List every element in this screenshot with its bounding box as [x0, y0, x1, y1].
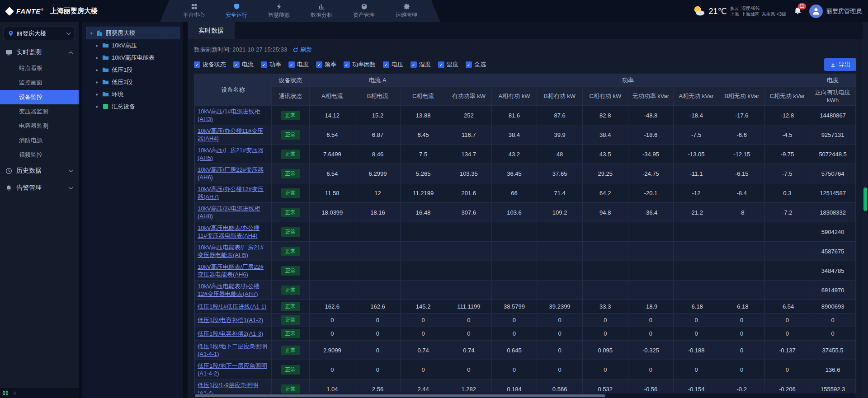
device-name-link[interactable]: 低压1段/1-9层应急照明(A1-4- — [198, 382, 258, 393]
table-row: 10kV高压/厂房22#变压器(AH6)正常6.546.29995.265103… — [195, 164, 856, 183]
status-badge: 正常 — [281, 365, 300, 375]
filter-checkbox[interactable]: ✓频率 — [316, 61, 336, 69]
tree-item[interactable]: ▸环境 — [86, 88, 179, 100]
weather-condition: 多云 — [730, 5, 739, 11]
device-name-link[interactable]: 低压1段/1#低压进线(A1-1) — [198, 303, 266, 310]
filter-checkbox[interactable]: ✓湿度 — [410, 61, 431, 69]
nav-item-4[interactable]: 数据分析 — [300, 0, 343, 22]
value-cell: 94.8 — [582, 203, 628, 222]
device-name-link[interactable]: 10kV高压/1#电源进线柜(AH3) — [198, 108, 260, 122]
sidebar-subitem[interactable]: 站点看板 — [0, 61, 79, 75]
tree-root[interactable]: ▾ 丽婴房大楼 — [86, 27, 179, 39]
status-cell: 正常 — [272, 222, 310, 242]
filter-checkbox[interactable]: ✓温度 — [438, 61, 458, 69]
filter-checkbox[interactable]: ✓功率因数 — [344, 61, 376, 69]
status-cell: 正常 — [272, 300, 310, 314]
value-cell: 103.6 — [491, 203, 537, 222]
value-cell: -48.8 — [628, 106, 674, 125]
tree-item[interactable]: ▸汇总设备 — [86, 100, 179, 112]
value-cell — [537, 242, 583, 261]
device-name-link[interactable]: 10kV高压/厂房22#变压器(AH6) — [198, 166, 264, 181]
user-menu[interactable]: 丽婴房管理员 — [809, 5, 862, 18]
device-name-link[interactable]: 10kV高压/办公楼11#变压器(AH4) — [198, 127, 263, 142]
filter-checkbox[interactable]: ✓全选 — [466, 61, 486, 69]
menu-section-1[interactable]: 实时监测 — [0, 44, 79, 61]
table-body: 10kV高压/1#电源进线柜(AH3)正常14.1215.213.8825281… — [195, 106, 856, 394]
column-group-header: 电度 — [810, 75, 856, 87]
sidebar-subitem[interactable]: 消防电源 — [0, 133, 79, 148]
refresh-button[interactable]: 刷新 — [292, 46, 312, 54]
nav-item-3[interactable]: 智慧能源 — [258, 0, 300, 22]
value-cell: 64.2 — [582, 183, 628, 203]
sidebar-subitem[interactable]: 变压器监测 — [0, 104, 79, 119]
site-selector[interactable]: 丽婴房大楼 — [4, 27, 75, 40]
value-cell — [355, 222, 401, 242]
tree-item[interactable]: ▸10kV高压 — [86, 39, 179, 52]
device-name-link[interactable]: 10kV高压电能表/厂房21#变压器电能表(AH5) — [198, 244, 264, 258]
column-group-header: 电流 A — [310, 75, 446, 87]
tree-item[interactable]: ▸10kV高压电能表 — [86, 52, 179, 64]
filter-checkbox[interactable]: ✓设备状态 — [194, 61, 226, 69]
filter-checkbox[interactable]: ✓电流 — [233, 61, 254, 69]
filter-checkbox[interactable]: ✓功率 — [261, 61, 281, 69]
sidebar-subitem[interactable]: 监控画面 — [0, 75, 79, 90]
filter-checkbox[interactable]: ✓电压 — [383, 61, 403, 69]
value-cell: 33.3 — [582, 300, 628, 314]
device-name-link[interactable]: 10kV高压电能表/办公楼11#变压器电能表(AH4) — [198, 225, 259, 239]
device-name-cell: 10kV高压/厂房21#变压器(AH5) — [195, 145, 272, 164]
filter-label: 设备状态 — [203, 61, 226, 69]
menu-section-3[interactable]: 告警管理 — [0, 179, 79, 197]
notifications-button[interactable]: 11 — [793, 7, 802, 15]
nav-item-5[interactable]: 资产管理 — [343, 0, 385, 22]
building-name: 上海丽婴房大楼 — [50, 7, 98, 15]
value-cell — [310, 242, 355, 261]
device-name-link[interactable]: 低压1段/地下一层应急照明(A1-4-2) — [198, 362, 267, 377]
value-cell — [310, 281, 355, 300]
sidebar-subitem[interactable]: 设备监控 — [0, 90, 79, 104]
nav-item-2[interactable]: 安全运行 — [215, 0, 258, 22]
content-area: 数据刷新时间: 2021-10-27 15:25:33 刷新 ✓设备状态✓电流✓… — [188, 39, 863, 398]
vertical-scrollbar-thumb[interactable] — [863, 187, 867, 211]
column-header: A相无功 kVar — [674, 87, 719, 106]
logo-area: FANTE® 上海丽婴房大楼 — [6, 7, 142, 15]
notification-badge: 11 — [798, 3, 806, 9]
column-header: B相无功 kVar — [719, 87, 764, 106]
value-cell: 0.566 — [537, 379, 583, 394]
sidebar-subitem[interactable]: 电容器监测 — [0, 119, 79, 133]
nav-item-1[interactable]: 平台中心 — [173, 0, 215, 22]
value-cell: 0 — [537, 341, 583, 360]
collapse-menu-icon[interactable]: ≡ — [13, 390, 16, 396]
sidebar-subitem[interactable]: 视频监控 — [0, 148, 79, 162]
device-name-link[interactable]: 低压1段/电容补偿2(A1-3) — [198, 330, 263, 337]
tab-realtime-data[interactable]: 实时数据 — [188, 22, 235, 39]
device-name-cell: 10kV高压电能表/办公楼12#变压器电能表(AH7) — [195, 281, 272, 300]
export-button[interactable]: 导出 — [824, 58, 856, 71]
device-name-link[interactable]: 10kV高压/2#电源进线柜(AH8) — [198, 205, 260, 220]
tree-item[interactable]: ▸低压1段 — [86, 64, 179, 76]
device-name-link[interactable]: 10kV高压/办公楼12#变压器(AH7) — [198, 186, 264, 200]
horizontal-scrollbar[interactable] — [194, 393, 856, 398]
value-cell: 16.48 — [401, 203, 446, 222]
vertical-scrollbar[interactable] — [863, 22, 868, 398]
device-name-link[interactable]: 10kV高压/厂房21#变压器(AH5) — [198, 147, 264, 161]
device-name-link[interactable]: 低压1段/地下二层应急照明(A1-4-1) — [198, 343, 267, 357]
grid-apps-icon[interactable] — [3, 391, 8, 395]
nav-item-6[interactable]: 运维管理 — [385, 0, 428, 22]
horizontal-scrollbar-thumb[interactable] — [195, 394, 605, 397]
filter-checkbox[interactable]: ✓电度 — [288, 61, 309, 69]
device-name-link[interactable]: 10kV高压电能表/办公楼12#变压器电能表(AH7) — [198, 283, 259, 297]
value-cell: 8.46 — [355, 145, 401, 164]
value-cell: -0.206 — [764, 379, 810, 394]
device-name-link[interactable]: 10kV高压电能表/厂房22#变压器电能表(AH6) — [198, 263, 264, 278]
device-name-link[interactable]: 低压1段/电容补偿1(A1-2) — [198, 317, 263, 323]
value-cell: 6.2999 — [355, 164, 401, 183]
table-row: 低压1段/地下二层应急照明(A1-4-1)正常2.909900.740.740.… — [195, 341, 856, 360]
value-cell: 5072448.5 — [810, 145, 856, 164]
menu-section-2[interactable]: 历史数据 — [0, 162, 79, 179]
tree-item[interactable]: ▸低压2段 — [86, 76, 179, 88]
column-header: 正向有功电度 kWh — [810, 87, 856, 106]
tree-root-label: 丽婴房大楼 — [106, 29, 135, 37]
realtime-data-table-wrap[interactable]: 设备名称设备状态电流 A功率电度通讯状态A相电流B相电流C相电流有功功率 kWA… — [194, 74, 856, 393]
table-row: 低压1段/1-9层应急照明(A1-4-正常1.042.562.441.2820.… — [195, 379, 856, 394]
value-cell — [537, 281, 583, 300]
